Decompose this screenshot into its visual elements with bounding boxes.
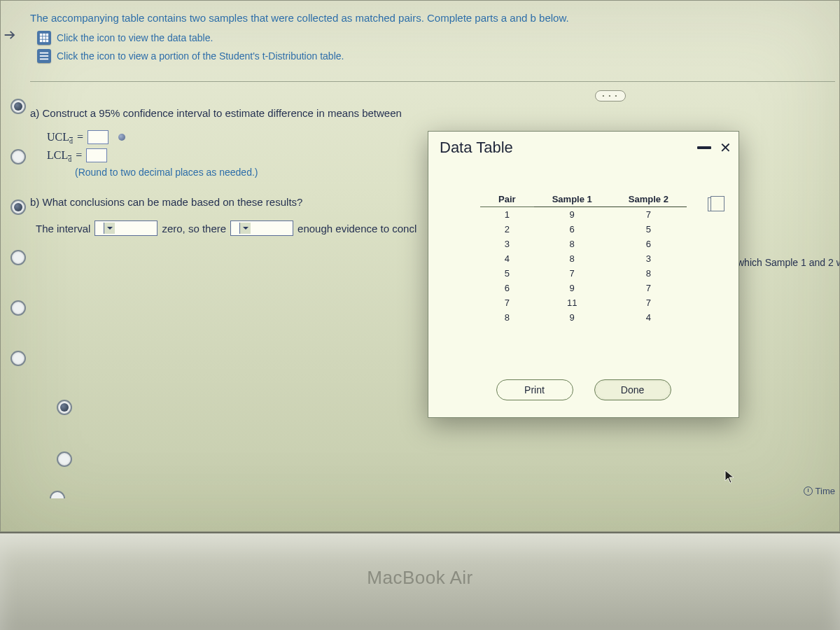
minimize-icon[interactable] [697, 146, 711, 149]
svg-rect-6 [40, 40, 43, 43]
table-cell: 8 [534, 237, 610, 251]
table-row: 386 [480, 237, 687, 251]
svg-rect-11 [40, 59, 48, 60]
table-cell: 8 [610, 266, 687, 281]
copy-icon[interactable] [708, 197, 720, 211]
col-pair: Pair [480, 192, 534, 207]
clock-icon [804, 486, 813, 496]
col-sample1: Sample 1 [534, 192, 610, 207]
sentence-mid-2: enough evidence to concl [298, 223, 416, 234]
col-sample2: Sample 2 [610, 192, 687, 207]
table-header-row: Pair Sample 1 Sample 2 [480, 192, 687, 207]
ucl-label: UCLd [47, 131, 73, 144]
view-t-dist-link[interactable]: Click the icon to view a portion of the … [57, 50, 344, 62]
expand-pill[interactable]: • • • [595, 90, 626, 102]
done-button[interactable]: Done [594, 379, 671, 400]
svg-rect-4 [43, 36, 46, 39]
table-row: 197 [480, 207, 687, 223]
question-step-radio-1[interactable] [10, 99, 26, 114]
chevron-down-icon [239, 223, 251, 234]
close-icon[interactable]: ✕ [720, 143, 732, 153]
modal-title: Data Table [440, 139, 513, 157]
table-cell: 5 [480, 266, 534, 281]
sentence-start: The interval [36, 223, 90, 234]
part-a-prompt: a) Construct a 95% confidence interval t… [30, 107, 835, 119]
table-cell: 2 [480, 222, 534, 237]
table-cell: 9 [534, 310, 610, 325]
table-cell: 8 [534, 251, 610, 266]
svg-rect-10 [40, 55, 48, 57]
active-field-indicator [118, 134, 125, 141]
lcl-label: LCLd [47, 149, 71, 162]
view-data-table-link[interactable]: Click the icon to view the data table. [57, 32, 213, 43]
table-row: 894 [480, 310, 687, 325]
question-step-radio-2[interactable] [10, 149, 26, 164]
table-cell: 4 [480, 251, 534, 266]
question-step-radio-5[interactable] [10, 300, 26, 316]
divider [30, 81, 835, 82]
list-icon[interactable] [37, 49, 51, 63]
data-table-modal: Data Table ✕ Pair Sample 1 Sample 2 1972… [428, 131, 739, 418]
device-label: MacBook Air [0, 567, 840, 589]
interval-relation-dropdown[interactable] [94, 220, 158, 236]
svg-rect-3 [40, 36, 43, 39]
table-cell: 3 [610, 251, 687, 266]
equals-sign-2: = [76, 149, 82, 162]
table-cell: 6 [480, 281, 534, 295]
forward-arrow-icon[interactable] [2, 27, 18, 43]
table-cell: 7 [480, 295, 534, 310]
table-cell: 7 [610, 295, 687, 310]
table-cell: 9 [534, 207, 610, 223]
table-cell: 7 [610, 207, 687, 223]
svg-rect-8 [46, 40, 49, 43]
question-step-radio-3[interactable] [10, 200, 26, 215]
svg-rect-7 [43, 40, 46, 43]
table-cell: 7 [610, 281, 687, 295]
table-cell: 6 [610, 237, 687, 251]
svg-rect-2 [46, 34, 49, 36]
table-cell: 5 [610, 222, 687, 237]
question-intro: The accompanying table contains two samp… [26, 4, 839, 27]
svg-rect-9 [40, 52, 48, 54]
table-cell: 6 [534, 222, 610, 237]
svg-rect-1 [43, 34, 46, 36]
table-row: 483 [480, 251, 687, 266]
chevron-down-icon [104, 223, 115, 234]
cursor-icon [724, 470, 734, 484]
table-row: 265 [480, 222, 687, 237]
time-indicator: Time [804, 486, 835, 496]
table-cell: 11 [534, 295, 610, 310]
evidence-dropdown[interactable] [230, 220, 293, 236]
print-button[interactable]: Print [496, 379, 573, 400]
question-step-radio-6[interactable] [10, 351, 26, 366]
table-row: 7117 [480, 295, 687, 310]
equals-sign: = [77, 131, 83, 144]
ucl-input[interactable] [88, 130, 108, 144]
table-row: 578 [480, 266, 687, 281]
table-cell: 4 [610, 310, 687, 325]
table-cell: 3 [480, 237, 534, 251]
table-cell: 9 [534, 281, 610, 295]
svg-rect-5 [46, 36, 49, 39]
table-cell: 7 [534, 266, 610, 281]
grid-icon[interactable] [37, 31, 51, 45]
sentence-mid-1: zero, so there [162, 223, 226, 234]
lcl-input[interactable] [86, 148, 107, 162]
question-step-radio-4[interactable] [10, 250, 26, 265]
table-cell: 8 [480, 310, 534, 325]
table-cell: 1 [480, 207, 534, 223]
svg-rect-0 [40, 34, 43, 36]
table-row: 697 [480, 281, 687, 295]
data-table: Pair Sample 1 Sample 2 19726538648357869… [480, 192, 687, 325]
